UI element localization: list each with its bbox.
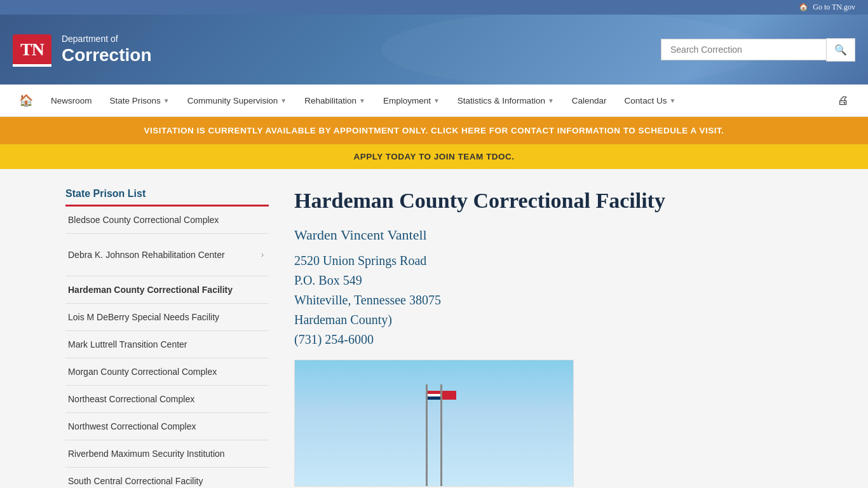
home-icon: 🏠 [799,3,808,11]
employment-caret: ▼ [433,97,440,104]
sidebar-link-south-central[interactable]: South Central Correctional Facility [65,468,269,488]
flag-poles [426,384,442,486]
nav-bar: 🏠 Newsroom State Prisons ▼ Community Sup… [0,85,868,117]
banner-orange[interactable]: VISITATION IS CURRENTLY AVAILABLE BY APP… [0,117,868,144]
nav-contact-us[interactable]: Contact Us ▼ [616,87,685,114]
nav-community-supervision[interactable]: Community Supervision ▼ [179,87,295,114]
search-input[interactable] [661,39,826,60]
sidebar-item-morgan: Morgan County Correctional Complex [65,358,269,386]
warden-name: Warden Vincent Vantell [294,227,803,243]
header: TN Department of Correction 🔍 [0,15,868,85]
flag-tn [442,391,456,400]
dept-name: Department of Correction [62,34,152,65]
sidebar-link-riverbend[interactable]: Riverbend Maximum Security Institution [65,440,269,467]
contact-caret: ▼ [669,97,675,104]
pole-left [426,384,428,486]
address-line2: P.O. Box 549 [294,273,803,288]
statistics-caret: ▼ [548,97,554,104]
sidebar-link-debra[interactable]: Debra K. Johnson Rehabilitation Center › [65,234,269,276]
search-area: 🔍 [661,38,855,62]
community-supervision-caret: ▼ [280,97,287,104]
sidebar-link-morgan[interactable]: Morgan County Correctional Complex [65,358,269,385]
sidebar-item-debra: Debra K. Johnson Rehabilitation Center › [65,234,269,276]
search-button[interactable]: 🔍 [826,38,855,62]
nav-print[interactable]: 🖨 [829,85,858,116]
sidebar-link-hardeman[interactable]: Hardeman County Correctional Facility [65,276,269,303]
pole-right [440,384,442,486]
sidebar-item-south-central: South Central Correctional Facility [65,468,269,488]
nav-home[interactable]: 🏠 [10,85,42,116]
tn-logo: TN [13,34,51,65]
nav-newsroom[interactable]: Newsroom [42,87,101,114]
flag-us [428,391,442,400]
nav-state-prisons[interactable]: State Prisons ▼ [101,87,179,114]
sidebar-item-hardeman: Hardeman County Correctional Facility [65,276,269,304]
content-area: State Prison List Bledsoe County Correct… [53,188,815,488]
sidebar-item-lois: Lois M DeBerry Special Needs Facility [65,304,269,331]
address-line3: Whiteville, Tennessee 38075 [294,293,803,308]
nav-calendar[interactable]: Calendar [563,87,616,114]
sidebar-item-riverbend: Riverbend Maximum Security Institution [65,440,269,468]
rehabilitation-caret: ▼ [359,97,365,104]
sidebar-link-bledsoe[interactable]: Bledsoe County Correctional Complex [65,207,269,233]
address-line1: 2520 Union Springs Road [294,254,803,268]
facility-image [294,360,574,487]
top-bar: 🏠 Go to TN.gov [0,0,868,15]
nav-statistics[interactable]: Statistics & Information ▼ [449,87,563,114]
sidebar-list: Bledsoe County Correctional Complex Debr… [65,207,269,488]
sidebar-item-bledsoe: Bledsoe County Correctional Complex [65,207,269,234]
sidebar: State Prison List Bledsoe County Correct… [65,188,269,488]
facility-title: Hardeman County Correctional Facility [294,188,803,214]
main-content: Hardeman County Correctional Facility Wa… [294,188,803,488]
debra-caret: › [259,242,266,268]
sidebar-item-northwest: Northwest Correctional Complex [65,413,269,440]
sidebar-title: State Prison List [65,188,269,200]
sidebar-link-lois[interactable]: Lois M DeBerry Special Needs Facility [65,304,269,330]
logo-area: TN Department of Correction [13,34,151,65]
sidebar-link-mark[interactable]: Mark Luttrell Transition Center [65,331,269,358]
correction-label: Correction [62,44,152,66]
sidebar-item-mark: Mark Luttrell Transition Center [65,331,269,358]
state-prisons-caret: ▼ [163,97,170,104]
address-line4: Hardeman County) [294,313,803,327]
nav-employment[interactable]: Employment ▼ [374,87,449,114]
sidebar-item-northeast: Northeast Correctional Complex [65,386,269,413]
banner-yellow[interactable]: APPLY TODAY TO JOIN TEAM TDOC. [0,144,868,169]
dept-of-label: Department of [62,34,152,44]
sidebar-link-northeast[interactable]: Northeast Correctional Complex [65,386,269,412]
phone: (731) 254-6000 [294,332,803,347]
sidebar-link-northwest[interactable]: Northwest Correctional Complex [65,413,269,440]
go-to-tn-link[interactable]: Go to TN.gov [813,3,855,11]
nav-rehabilitation[interactable]: Rehabilitation ▼ [295,87,374,114]
